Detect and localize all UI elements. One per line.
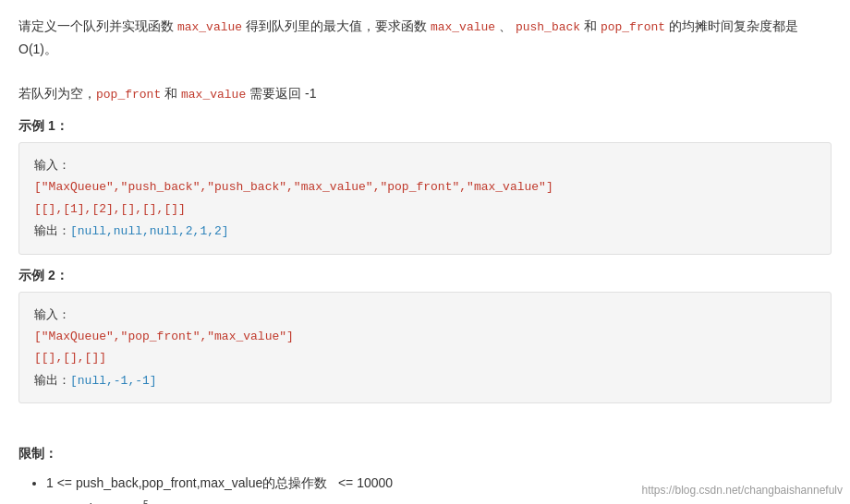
- description-line1: 请定义一个队列并实现函数 max_value 得到队列里的最大值，要求函数 ma…: [18, 15, 832, 62]
- example2-block: 输入： ["MaxQueue","pop_front","max_value"]…: [18, 292, 832, 404]
- example1-output: 输出：[null,null,null,2,1,2]: [34, 220, 816, 242]
- inline-code-pop-front2: pop_front: [96, 88, 161, 102]
- example1-title: 示例 1：: [18, 118, 832, 135]
- example2-line1: ["MaxQueue","pop_front","max_value"]: [34, 326, 816, 347]
- example1-input-label: 输入：: [34, 154, 816, 176]
- constraints-title: 限制：: [18, 446, 832, 462]
- inline-code-max-value: max_value: [177, 20, 242, 34]
- example2-output: 输出：[null,-1,-1]: [34, 369, 816, 391]
- example1-line1: ["MaxQueue","push_back","push_back","max…: [34, 176, 816, 198]
- example1-line2: [[],[1],[2],[],[],[]]: [34, 198, 816, 220]
- inline-code-pop-front: pop_front: [601, 20, 665, 34]
- example2-input-label: 输入：: [34, 304, 816, 326]
- description: 请定义一个队列并实现函数 max_value 得到队列里的最大值，要求函数 ma…: [18, 15, 832, 105]
- inline-code-max-value3: max_value: [181, 88, 246, 102]
- description-line2: 若队列为空，pop_front 和 max_value 需要返回 -1: [18, 82, 832, 105]
- inline-code-max-value2: max_value: [431, 20, 495, 34]
- example1-block: 输入： ["MaxQueue","push_back","push_back",…: [18, 142, 832, 255]
- constraint-item-2: 1 <= value <= 105: [46, 496, 832, 504]
- example2-title: 示例 2：: [18, 268, 832, 284]
- inline-code-push-back: push_back: [516, 20, 580, 34]
- example2-line2: [[],[],[]]: [34, 347, 816, 368]
- watermark: https://blog.csdn.net/changbaishannefulv: [642, 484, 844, 497]
